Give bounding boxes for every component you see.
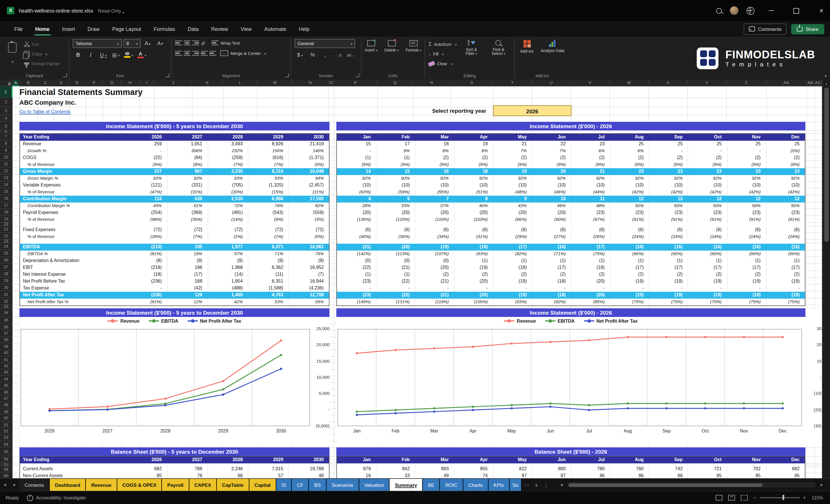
cell[interactable]: 17,592 (288, 196, 329, 202)
page-break-view-button[interactable] (740, 495, 747, 501)
cell[interactable]: (19) (727, 292, 766, 298)
column-label-nov[interactable]: Nov (727, 134, 766, 141)
row-label[interactable]: Current Assets (20, 466, 126, 473)
fill-color-button[interactable] (123, 50, 134, 60)
cell[interactable]: (2) (688, 154, 727, 161)
income-statement-5y-chart[interactable]: Income Statement ($'000) - 5 years to De… (20, 308, 329, 444)
cell[interactable]: (22) (126, 154, 167, 161)
row-header-39[interactable]: 39 (0, 343, 12, 350)
row-header-26[interactable]: 26 (0, 257, 12, 264)
cell[interactable]: (42%) (688, 189, 727, 196)
column-label-feb[interactable]: Feb (376, 456, 415, 463)
column-header-aa[interactable]: AA (767, 80, 806, 86)
cell[interactable]: 53% (248, 298, 289, 306)
cell[interactable]: (119%) (415, 298, 454, 306)
column-label-oct[interactable]: Oct (688, 456, 727, 463)
menu-tab-home[interactable]: Home (29, 21, 56, 37)
row-header-11[interactable]: 11 (0, 161, 12, 168)
cell[interactable]: (10) (454, 182, 493, 189)
row-label[interactable]: COGS (20, 154, 126, 161)
cell[interactable]: 17 (376, 141, 415, 148)
cell[interactable]: 3,235 (208, 168, 248, 175)
cell[interactable]: (1) (493, 257, 532, 264)
cell[interactable]: (2) (727, 154, 766, 161)
cell[interactable]: 50% (610, 202, 649, 209)
cell[interactable]: (6) (610, 226, 649, 233)
cell[interactable]: 21 (571, 168, 610, 175)
cell[interactable]: (42%) (766, 189, 804, 196)
column-label-sep[interactable]: Sep (649, 456, 688, 463)
cell[interactable]: 800 (532, 466, 571, 473)
cell[interactable]: 1,977 (208, 244, 248, 251)
cell[interactable]: 45% (126, 202, 167, 209)
cell[interactable]: (75%) (610, 298, 649, 306)
cell[interactable]: 86 (610, 473, 649, 478)
add-sheet-button[interactable] (532, 479, 541, 491)
cell[interactable]: - (649, 285, 688, 292)
cell[interactable]: (1,371) (288, 154, 329, 161)
cell[interactable]: 87 (532, 473, 571, 478)
cell[interactable]: (2) (649, 154, 688, 161)
italic-button[interactable]: I (85, 50, 96, 60)
row-header-45[interactable]: 45 (0, 382, 12, 389)
row-label[interactable]: % of Revenue (20, 233, 126, 240)
increase-decimal-button[interactable]: ←.0 (332, 50, 343, 60)
cell[interactable]: (11%) (288, 189, 329, 196)
cell[interactable]: (93%) (454, 251, 493, 257)
cell[interactable]: 25 (766, 141, 804, 148)
column-label-jun[interactable]: Jun (532, 456, 571, 463)
cell[interactable]: 842 (376, 466, 415, 473)
row-header-13[interactable]: 13 (0, 175, 12, 181)
cell[interactable]: 40% (454, 202, 493, 209)
cell[interactable]: (90%) (532, 216, 571, 223)
column-header-g[interactable]: G (103, 80, 121, 86)
cell[interactable]: (17) (688, 264, 727, 271)
cell[interactable]: (559) (288, 209, 329, 216)
share-button[interactable]: Share (791, 24, 824, 34)
row-header-55[interactable]: 55 (0, 448, 12, 456)
cell[interactable]: (19) (649, 278, 688, 285)
cell[interactable]: (19) (610, 292, 649, 298)
zoom-in-icon[interactable]: + (803, 495, 806, 501)
font-color-button[interactable]: A (136, 50, 148, 60)
menu-tab-formulas[interactable]: Formulas (147, 21, 181, 37)
cell[interactable]: (19) (493, 278, 532, 285)
cell[interactable]: 16,952 (288, 264, 329, 271)
sheet-tab-valuation[interactable]: Valuation (359, 479, 390, 491)
cell[interactable]: (93%) (493, 298, 532, 306)
cell[interactable]: (0) (337, 257, 376, 264)
cell[interactable]: (9%) (727, 161, 766, 168)
row-header-18[interactable]: 18 (0, 209, 12, 216)
accounting-format-button[interactable]: $ (295, 50, 306, 60)
cell[interactable]: (19) (688, 278, 727, 285)
cell[interactable]: 49 (415, 473, 454, 478)
vertical-scrollbar[interactable]: ▴ (822, 80, 830, 478)
clear-button[interactable]: Clear (428, 60, 457, 67)
cell[interactable]: 82% (288, 202, 329, 209)
cell[interactable]: (4,236) (288, 285, 329, 292)
cell[interactable]: (28%) (126, 233, 167, 240)
cell[interactable]: (17) (167, 271, 208, 278)
cell[interactable]: (84) (167, 154, 208, 161)
column-header-ab[interactable]: AB (806, 80, 815, 86)
sheet-options-button[interactable] (541, 479, 551, 491)
cell[interactable]: (9%) (454, 161, 493, 168)
cell[interactable]: (31%) (454, 233, 493, 240)
normal-view-button[interactable] (715, 495, 722, 501)
cell[interactable]: 42% (208, 298, 248, 306)
select-all-corner[interactable] (0, 80, 12, 86)
cell[interactable]: 12,708 (288, 292, 329, 298)
row-header-40[interactable]: 40 (0, 350, 12, 356)
row-label[interactable]: Net Interest Expense (20, 271, 126, 278)
cell[interactable]: 855 (454, 466, 493, 473)
clipboard-dialog-launcher[interactable] (63, 73, 67, 77)
sheet-tab-contents[interactable]: Contents (20, 479, 50, 491)
cell[interactable]: 57 (248, 473, 289, 478)
cell[interactable]: 23 (688, 168, 727, 175)
cell[interactable]: 92% (493, 175, 532, 182)
autosum-button[interactable]: AutoSum (428, 40, 457, 48)
font-dialog-launcher[interactable] (165, 73, 169, 77)
zoom-out-icon[interactable]: − (753, 495, 756, 501)
menu-tab-page-layout[interactable]: Page Layout (106, 21, 147, 37)
cell[interactable]: 48 (288, 473, 329, 478)
